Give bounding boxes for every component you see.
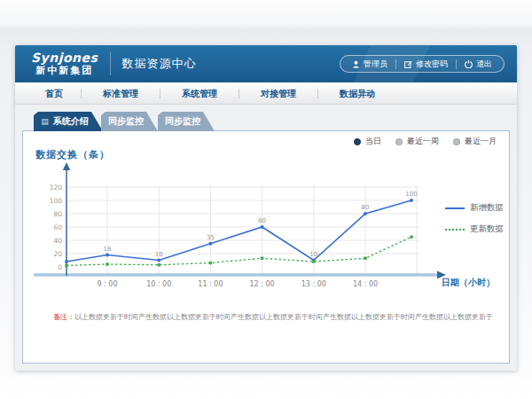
chart-y-axis-title: 数据交换（条） [35,148,110,161]
data-point [106,262,108,265]
y-tick-label: 0 [58,263,62,271]
data-point [157,259,160,262]
data-point [208,242,212,246]
change-password-label: 修改密码 [416,59,448,70]
page: Synjones 新中新集团 数据资源中心 管理员 修改密码 退出 首页标准管理… [0,0,532,399]
logo-title: Synjones [31,51,98,65]
data-point [364,257,366,260]
legend-swatch [445,207,465,209]
document-icon: ▤ [41,118,49,126]
filter-option-2[interactable]: 最近一周 [395,136,439,147]
user-icon [352,60,360,68]
tab-label: 同步监控 [165,115,200,128]
data-point-label: 18 [104,246,112,253]
data-point [312,260,315,262]
y-tick-label: 120 [50,184,63,192]
data-point [261,225,264,229]
main-nav: 首页标准管理系统管理对接管理数据异动 [15,82,517,105]
logo-subtitle: 新中新集团 [31,66,98,76]
user-button[interactable]: 管理员 [344,59,395,70]
line-chart: 0204060801001209 : 0010 : 0011 : 0012 : … [27,158,452,295]
data-point-label: 35 [207,234,215,241]
logo: Synjones 新中新集团 [31,51,98,75]
y-tick-label: 80 [53,210,62,218]
tab-1[interactable]: ▤系统介绍 [34,112,103,131]
page-title: 数据资源中心 [121,56,196,72]
filter-label: 最近一月 [465,136,497,147]
nav-item-4[interactable]: 对接管理 [239,89,318,98]
y-tick-label: 40 [53,237,62,245]
data-point [158,263,160,266]
data-point-label: 10 [155,251,163,258]
data-point [65,260,68,263]
y-tick-label: 20 [53,250,62,258]
data-point [410,236,412,239]
x-tick-label: 10 : 00 [146,280,171,288]
radio-icon [395,138,403,145]
chart-series-line [66,237,411,265]
data-point [364,212,367,215]
logout-button[interactable]: 退出 [457,59,500,70]
nav-item-2[interactable]: 标准管理 [82,89,160,98]
user-menu: 管理员 修改密码 退出 [340,55,505,73]
data-point [106,254,109,257]
filter-label: 最近一周 [407,136,439,147]
tab-label: 同步监控 [108,115,144,128]
nav-item-3[interactable]: 系统管理 [160,89,239,98]
filter-option-3[interactable]: 最近一月 [453,136,497,147]
chart-series-line [66,200,411,262]
change-password-button[interactable]: 修改密码 [396,59,456,70]
data-point-label: 100 [405,191,417,198]
y-tick-label: 60 [53,223,62,231]
x-tick-label: 11 : 00 [198,280,223,288]
radio-icon [453,138,460,145]
x-tick-label: 13 : 00 [301,280,326,288]
footer-note: 备注：以上数据更新于时间产生数据以上数据更新于时间产生数据以上数据更新于时间产生… [53,312,505,322]
nav-item-1[interactable]: 首页 [27,89,82,98]
data-point-label: 10 [309,251,317,258]
power-icon [465,60,473,68]
x-tick-label: 14 : 00 [353,280,378,288]
tab-label: 系统介绍 [53,115,89,128]
x-tick-label: 9 : 00 [97,280,117,288]
footer-note-text: 以上数据更新于时间产生数据以上数据更新于时间产生数据以上数据更新于时间产生数据以… [74,313,493,321]
edit-icon [404,60,412,68]
data-point [410,199,413,202]
legend-item-1[interactable]: 新增数据 [445,202,504,214]
chart-legend: 新增数据更新数据 [445,202,504,235]
legend-label: 更新数据 [470,223,504,235]
data-point [65,264,67,267]
data-point-label: 80 [362,204,370,211]
filter-option-1[interactable]: 当日 [354,136,381,147]
range-filters: 当日最近一周最近一月 [354,136,497,147]
data-point [261,257,263,260]
legend-swatch [445,229,465,231]
user-label: 管理员 [364,59,387,70]
data-point [209,262,212,264]
data-point-label: 60 [258,217,266,224]
x-tick-label: 12 : 00 [250,280,275,288]
footer-note-label: 备注： [53,313,74,321]
legend-label: 新增数据 [470,202,504,214]
legend-item-2[interactable]: 更新数据 [445,223,504,235]
y-tick-label: 100 [50,197,63,205]
radio-icon [354,138,361,145]
chart-x-axis-title: 日期（小时） [442,277,495,289]
nav-item-5[interactable]: 数据异动 [318,89,396,98]
y-axis-arrow-icon [63,162,70,170]
logout-label: 退出 [476,59,492,70]
header-divider [110,52,111,75]
header: Synjones 新中新集团 数据资源中心 管理员 修改密码 退出 [15,45,517,82]
filter-label: 当日 [365,136,381,147]
